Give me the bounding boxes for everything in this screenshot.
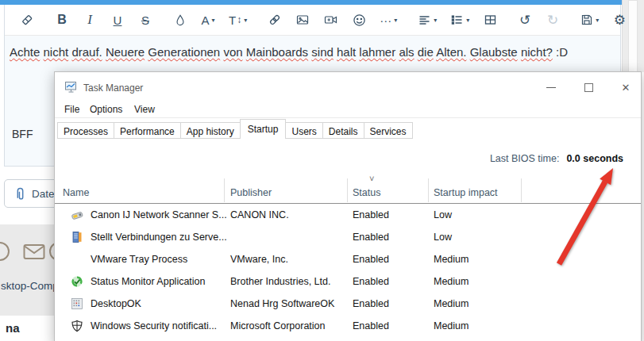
- align-button[interactable]: ▾: [418, 10, 437, 30]
- maximize-icon: [584, 83, 593, 92]
- insert-video-button[interactable]: [323, 10, 338, 30]
- title-bar[interactable]: Task Manager ✕: [55, 72, 641, 102]
- close-button[interactable]: ✕: [612, 77, 639, 98]
- column-header-startup-impact[interactable]: Startup impact: [434, 187, 498, 198]
- desktop-computer-link[interactable]: sktop-Comp: [1, 280, 59, 292]
- font-color-button[interactable]: A▾: [201, 10, 215, 30]
- align-icon: [418, 13, 431, 26]
- status-monitor-icon: [71, 275, 83, 288]
- chevron-down-icon: ▾: [434, 17, 437, 24]
- insert-table-button[interactable]: [483, 10, 497, 30]
- tab-details[interactable]: Details: [322, 122, 364, 139]
- droplet-icon: [175, 13, 186, 26]
- task-manager-window: Task Manager ✕ File Options View Process…: [54, 71, 642, 341]
- signature-text[interactable]: BFF: [12, 128, 33, 140]
- envelope-icon[interactable]: [23, 243, 45, 260]
- chevron-down-icon: ▾: [212, 17, 215, 24]
- tab-processes[interactable]: Processes: [57, 122, 114, 139]
- save-draft-button[interactable]: ▾: [580, 10, 599, 30]
- column-header-status[interactable]: Status: [353, 187, 380, 198]
- remove-format-button[interactable]: [20, 10, 34, 30]
- menu-file[interactable]: File: [64, 104, 79, 115]
- last-bios-value: 0.0 seconds: [566, 153, 623, 164]
- link-icon: [268, 13, 282, 26]
- menu-separator: [55, 117, 641, 118]
- menu-options[interactable]: Options: [90, 104, 122, 115]
- bold-button[interactable]: B: [55, 10, 69, 30]
- table-row[interactable]: VMware Tray Process VMware, Inc. Enabled…: [55, 248, 641, 270]
- underline-button[interactable]: U: [110, 10, 125, 30]
- menu-view[interactable]: View: [134, 104, 155, 115]
- insert-link-button[interactable]: [268, 10, 282, 30]
- chevron-down-icon: ▾: [596, 17, 599, 24]
- editor-toolbar: B I U S A▾ T↕▾: [5, 5, 620, 36]
- close-icon: ✕: [622, 82, 631, 94]
- editor-settings-button[interactable]: ⚙: [612, 10, 627, 30]
- save-icon: [580, 13, 593, 26]
- image-icon: [295, 13, 310, 26]
- insert-image-button[interactable]: [295, 10, 310, 30]
- italic-button[interactable]: I: [83, 10, 97, 30]
- table-row[interactable]: Windows Security notificati... Microsoft…: [55, 315, 641, 337]
- table-row[interactable]: DesktopOK Nenad Hrg SoftwareOK Enabled M…: [55, 293, 641, 315]
- tab-users[interactable]: Users: [285, 122, 322, 139]
- video-icon: [323, 13, 338, 26]
- emoji-icon[interactable]: [0, 242, 10, 261]
- table-icon: [484, 13, 497, 26]
- undo-button[interactable]: ↺: [518, 10, 532, 30]
- message-text[interactable]: Achte nicht drauf. Neuere Generationen v…: [5, 36, 620, 68]
- bottom-card-text: na: [6, 321, 20, 335]
- chevron-down-icon: ▾: [244, 17, 247, 24]
- last-bios-time: Last BIOS time:0.0 seconds: [490, 153, 623, 164]
- tab-startup[interactable]: Startup: [240, 119, 287, 139]
- startup-items-table: Canon IJ Network Scanner S... CANON INC.…: [55, 204, 641, 337]
- desktopok-icon: [71, 297, 83, 310]
- paperclip-icon: [14, 187, 26, 201]
- minimize-icon: [546, 87, 556, 88]
- maximize-button[interactable]: [575, 77, 602, 98]
- canon-scanner-icon: [71, 209, 83, 221]
- strikethrough-button[interactable]: S: [138, 10, 152, 30]
- chevron-down-icon: ▾: [466, 17, 469, 24]
- insert-emoji-button[interactable]: [352, 10, 366, 30]
- table-row[interactable]: Canon IJ Network Scanner S... CANON INC.…: [55, 204, 641, 226]
- task-manager-icon: [64, 81, 78, 94]
- smiley-icon: [353, 13, 366, 27]
- tab-strip: Processes Performance App history Startu…: [58, 119, 413, 139]
- updown-arrow-icon: ↕: [237, 14, 241, 25]
- redo-button[interactable]: ↻: [546, 10, 560, 30]
- menu-bar: File Options View: [55, 102, 641, 118]
- server-connection-icon: [71, 231, 83, 243]
- list-button[interactable]: ▾: [450, 10, 469, 30]
- list-icon: [450, 13, 464, 26]
- last-bios-label: Last BIOS time:: [490, 153, 560, 164]
- highlight-button[interactable]: [173, 10, 187, 30]
- window-title: Task Manager: [83, 82, 143, 94]
- column-header-name[interactable]: Name: [63, 187, 89, 198]
- minimize-button[interactable]: [538, 77, 565, 98]
- eraser-icon: [20, 13, 34, 26]
- more-options-button[interactable]: ···▾: [380, 10, 397, 30]
- chevron-down-icon: ▾: [394, 17, 397, 24]
- table-row[interactable]: Stellt Verbindungen zu Serve... Enabled …: [55, 226, 641, 248]
- tab-services[interactable]: Services: [364, 122, 413, 139]
- font-size-button[interactable]: T↕▾: [229, 10, 247, 30]
- tab-app-history[interactable]: App history: [180, 122, 241, 139]
- table-row[interactable]: Status Monitor Application Brother Indus…: [55, 270, 641, 293]
- column-header-publisher[interactable]: Publisher: [230, 187, 272, 198]
- tab-performance[interactable]: Performance: [114, 122, 181, 139]
- windows-security-icon: [71, 320, 83, 332]
- sort-chevron-icon: ˅: [369, 174, 374, 183]
